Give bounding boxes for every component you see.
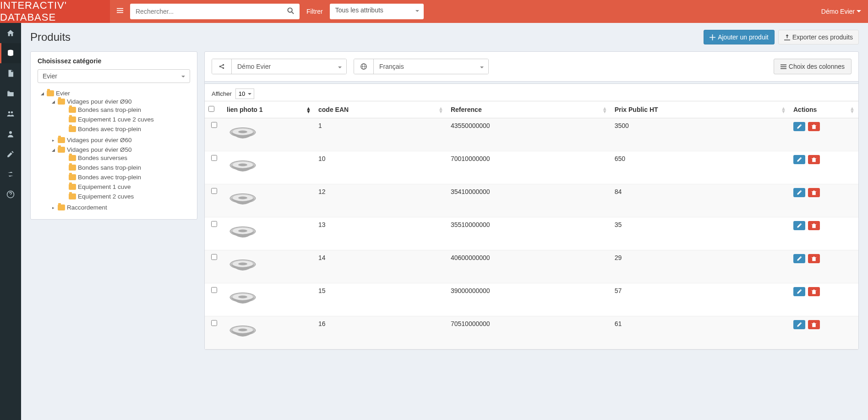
delete-button[interactable] bbox=[808, 320, 820, 329]
tree-item[interactable]: Bondes sans trop-plein bbox=[61, 164, 190, 171]
chevron-down-icon bbox=[857, 10, 861, 13]
table-row: 16 70510000000 61 bbox=[205, 316, 858, 349]
row-checkbox[interactable] bbox=[211, 287, 217, 293]
row-checkbox[interactable] bbox=[211, 320, 217, 326]
nav-database[interactable] bbox=[0, 43, 21, 63]
table-row: 1 43550000000 3500 bbox=[205, 118, 858, 151]
tree-item-vidage90[interactable]: ◢Vidages pour évier Ø90 bbox=[50, 98, 190, 105]
search-input[interactable] bbox=[130, 5, 282, 18]
expand-icon: ▸ bbox=[50, 205, 56, 210]
cell-ean: 13 bbox=[315, 217, 447, 250]
product-image bbox=[227, 254, 259, 279]
table-row: 12 35410000000 84 bbox=[205, 184, 858, 217]
nav-home[interactable] bbox=[0, 23, 21, 43]
product-image bbox=[227, 320, 259, 345]
edit-button[interactable] bbox=[793, 221, 805, 230]
folder-icon bbox=[69, 165, 76, 171]
filter-select[interactable]: Tous les attributs bbox=[330, 4, 424, 19]
col-actions[interactable]: Actions▲▼ bbox=[790, 101, 858, 118]
lang-select-group: Français bbox=[354, 59, 489, 74]
folder-icon bbox=[69, 116, 76, 122]
row-checkbox[interactable] bbox=[211, 221, 217, 227]
delete-button[interactable] bbox=[808, 188, 820, 197]
export-button[interactable]: Exporter ces produits bbox=[778, 30, 859, 44]
table-row: 15 39000000000 57 bbox=[205, 283, 858, 316]
edit-button[interactable] bbox=[793, 122, 805, 131]
collapse-icon: ◢ bbox=[50, 148, 56, 152]
nav-folder[interactable] bbox=[0, 83, 21, 104]
page-size-select[interactable]: 10 bbox=[235, 88, 254, 99]
logo: INTERACTIV' DATABASE bbox=[0, 0, 110, 23]
tree-item[interactable]: Bondes avec trop-plein bbox=[61, 126, 190, 133]
afficher-label: Afficher bbox=[212, 90, 232, 97]
nav-edit[interactable] bbox=[0, 144, 21, 164]
search-icon[interactable] bbox=[282, 7, 300, 16]
row-checkbox[interactable] bbox=[211, 122, 217, 128]
columns-label: Choix des colonnes bbox=[789, 63, 845, 70]
col-price[interactable]: Prix Public HT▲▼ bbox=[611, 101, 790, 118]
menu-toggle[interactable] bbox=[117, 7, 123, 16]
list-icon bbox=[781, 64, 786, 70]
folder-icon bbox=[69, 155, 76, 161]
svg-rect-0 bbox=[117, 8, 123, 9]
share-select[interactable]: Démo Evier bbox=[232, 59, 346, 74]
cell-ean: 14 bbox=[315, 250, 447, 283]
expand-icon: ▸ bbox=[50, 138, 56, 143]
category-title: Choisissez catégorie bbox=[38, 57, 190, 65]
svg-point-7 bbox=[11, 111, 13, 114]
delete-button[interactable] bbox=[808, 155, 820, 164]
edit-button[interactable] bbox=[793, 254, 805, 263]
delete-button[interactable] bbox=[808, 287, 820, 296]
nav-help[interactable] bbox=[0, 184, 21, 204]
add-product-button[interactable]: Ajouter un produit bbox=[704, 30, 775, 44]
product-image bbox=[227, 287, 259, 312]
edit-button[interactable] bbox=[793, 188, 805, 197]
tree-item[interactable]: Bondes avec trop-plein bbox=[61, 174, 190, 181]
cell-ref: 70510000000 bbox=[447, 316, 611, 349]
edit-button[interactable] bbox=[793, 320, 805, 329]
folder-icon bbox=[58, 137, 65, 143]
edit-button[interactable] bbox=[793, 155, 805, 164]
folder-icon bbox=[58, 147, 65, 153]
row-checkbox[interactable] bbox=[211, 254, 217, 260]
cell-price: 29 bbox=[611, 250, 790, 283]
edit-button[interactable] bbox=[793, 287, 805, 296]
nav-transfer[interactable] bbox=[0, 164, 21, 184]
tree-item-raccord[interactable]: ▸Raccordement bbox=[50, 204, 190, 211]
delete-button[interactable] bbox=[808, 221, 820, 230]
col-ref[interactable]: Reference▲▼ bbox=[447, 101, 611, 118]
row-checkbox[interactable] bbox=[211, 155, 217, 161]
svg-rect-18 bbox=[781, 68, 786, 69]
delete-button[interactable] bbox=[808, 122, 820, 131]
tree-item-vidage50[interactable]: ◢Vidages pour évier Ø50 bbox=[50, 146, 190, 153]
nav-document[interactable] bbox=[0, 63, 21, 83]
cell-price: 84 bbox=[611, 184, 790, 217]
delete-button[interactable] bbox=[808, 254, 820, 263]
tree-item-vidage60[interactable]: ▸Vidages pour évier Ø60 bbox=[50, 137, 190, 144]
lang-select[interactable]: Français bbox=[374, 59, 488, 74]
cell-ref: 70010000000 bbox=[447, 151, 611, 184]
col-ean[interactable]: code EAN▲▼ bbox=[315, 101, 447, 118]
cell-ref: 35410000000 bbox=[447, 184, 611, 217]
tree-item[interactable]: Equipement 2 cuves bbox=[61, 193, 190, 200]
columns-button[interactable]: Choix des colonnes bbox=[774, 59, 852, 74]
svg-rect-16 bbox=[781, 64, 786, 65]
row-checkbox[interactable] bbox=[211, 188, 217, 194]
product-image bbox=[227, 122, 259, 147]
tree-item-evier[interactable]: ◢Evier bbox=[39, 90, 190, 97]
user-menu[interactable]: Démo Evier bbox=[821, 8, 861, 15]
tree-item[interactable]: Equipement 1 cuve 2 cuves bbox=[61, 116, 190, 123]
nav-users[interactable] bbox=[0, 104, 21, 124]
cell-price: 3500 bbox=[611, 118, 790, 151]
select-all-checkbox[interactable] bbox=[208, 106, 214, 112]
sort-icon: ▲▼ bbox=[438, 107, 443, 113]
nav-user[interactable] bbox=[0, 124, 21, 144]
col-photo[interactable]: lien photo 1▲▼ bbox=[223, 101, 315, 118]
tree-item[interactable]: Equipement 1 cuve bbox=[61, 183, 190, 190]
cell-ref: 39000000000 bbox=[447, 283, 611, 316]
tree-item[interactable]: Bondes sans trop-plein bbox=[61, 106, 190, 113]
tree-item[interactable]: Bondes surverses bbox=[61, 155, 190, 161]
folder-icon bbox=[69, 174, 76, 180]
share-icon bbox=[212, 59, 232, 74]
category-select[interactable]: Evier bbox=[38, 69, 190, 83]
